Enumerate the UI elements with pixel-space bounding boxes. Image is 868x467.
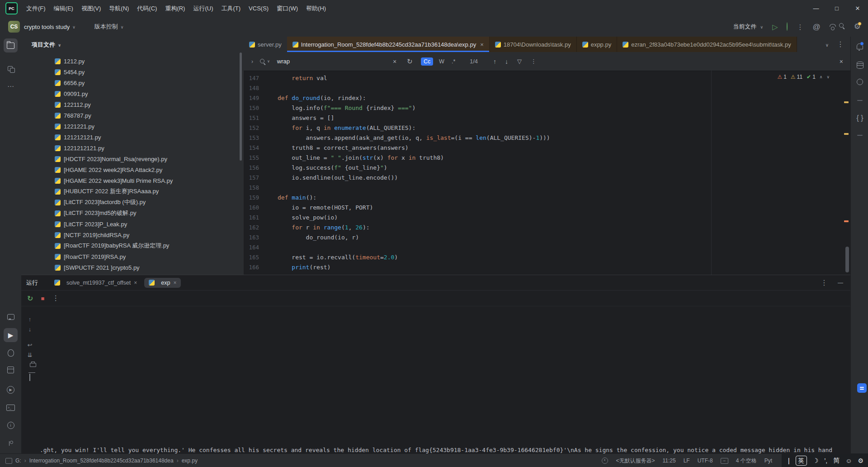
hidden-tabs-icon[interactable]: ∨ [826, 43, 829, 48]
search-everywhere-button[interactable] [839, 23, 845, 31]
line-number[interactable]: 164 [244, 243, 259, 253]
project-file-item[interactable]: [SWPUCTF 2021 ]crypto5.py [21, 262, 244, 273]
line-number[interactable]: 160 [244, 203, 259, 213]
warnings-indicator[interactable]: ⚠ 11 [791, 74, 802, 80]
line-number[interactable]: 151 [244, 113, 259, 123]
project-file-item[interactable]: [NCTF 2019]childRSA.py [21, 229, 244, 240]
find-query[interactable]: wrap [277, 58, 290, 65]
console[interactable]: ↑ ↓ ↩ ⇊ .ght, you win! I'll tell you eve… [21, 306, 850, 454]
problems-tool-button[interactable]: i [4, 418, 18, 432]
caret-position-widget[interactable]: 11:25 [662, 457, 675, 464]
line-number[interactable]: 165 [244, 253, 259, 262]
run-options-icon[interactable]: ⋮ [821, 279, 828, 286]
project-file-item[interactable]: [HUBUCTF 2022 新生赛]RSAaaa.py [21, 186, 244, 197]
ai-assistant-button[interactable] [857, 383, 867, 393]
ai-mention-icon[interactable]: @ [812, 23, 820, 31]
chevron-up-icon[interactable]: ∧ [820, 75, 823, 79]
commit-tool-button[interactable] [4, 62, 18, 76]
down-stack-icon[interactable]: ↓ [26, 326, 34, 333]
search-mode-button[interactable]: ∨ [259, 58, 270, 65]
database-tool-button[interactable] [855, 60, 865, 70]
ai-chat-tool-button[interactable] [4, 310, 18, 324]
menu-item[interactable]: 帮助(H) [302, 0, 330, 17]
soft-wrap-icon[interactable]: ↩ [26, 342, 34, 348]
menu-item[interactable]: 窗口(W) [273, 0, 302, 17]
ime-settings-icon[interactable]: ⚙ [858, 457, 863, 464]
project-file-item[interactable]: [HDCTF 2023]Normal_Rsa(revenge).py [21, 153, 244, 164]
ime-fullwidth-toggle[interactable]: ☽ [813, 457, 819, 464]
match-case-toggle[interactable]: Cc [421, 57, 433, 66]
whole-words-toggle[interactable]: W [439, 58, 444, 65]
project-file-item[interactable]: 5454.py [21, 67, 244, 77]
pycharm-logo-icon[interactable]: PC [5, 2, 18, 14]
project-file-item[interactable]: 122112.py [21, 99, 244, 110]
filter-icon[interactable]: ▽ [517, 58, 522, 65]
terminal-tool-button[interactable]: >_ [4, 400, 18, 415]
project-file-item[interactable]: [HGAME 2022 week2]RSA Attack2.py [21, 164, 244, 175]
project-file-item[interactable]: 1212.py [21, 56, 244, 67]
more-actions-icon[interactable]: ⋮ [797, 24, 803, 30]
line-number[interactable]: 149 [244, 93, 259, 103]
menu-item[interactable]: 重构(R) [161, 0, 189, 17]
scroll-to-end-icon[interactable]: ⇊ [26, 352, 34, 358]
project-file-item[interactable]: [RoarCTF 2019]babyRSA 威尔逊定理.py [21, 240, 244, 251]
code-editor[interactable]: 147 return val148149def do_round(io, rin… [244, 71, 850, 275]
close-tab-icon[interactable]: × [173, 280, 176, 286]
project-file-item[interactable]: 1221221.py [21, 121, 244, 132]
line-number[interactable]: 156 [244, 163, 259, 173]
indent-widget[interactable]: 4 个空格 [736, 457, 757, 465]
line-number[interactable]: 163 [244, 233, 259, 243]
project-file-item[interactable]: [LitCTF 2023]md5的破解.py [21, 208, 244, 219]
project-file-item[interactable]: 6656.py [21, 77, 244, 88]
stripe-error-mark[interactable] [844, 220, 849, 222]
deployment-server-widget[interactable]: <无默认服务器> [616, 457, 655, 465]
project-file-item[interactable]: 121212121.py [21, 132, 244, 143]
browser-tool-button[interactable] [855, 77, 865, 87]
editor-tab[interactable]: server.py [244, 37, 287, 52]
line-number[interactable]: 161 [244, 213, 259, 223]
close-tab-icon[interactable]: × [480, 41, 484, 48]
project-file-item[interactable]: [HGAME 2022 week3]Multi Prime RSA.py [21, 175, 244, 186]
endpoints-tool-button[interactable]: { } [855, 113, 865, 123]
project-file-item[interactable]: [LitCTF 2023]factordb (中级).py [21, 197, 244, 208]
debug-tool-button[interactable] [4, 346, 18, 360]
up-stack-icon[interactable]: ↑ [26, 316, 34, 323]
line-number[interactable]: 157 [244, 173, 259, 183]
collapsed-tool-stripe[interactable] [855, 95, 865, 105]
project-file-item[interactable]: [LitCTF 2023]P_Leak.py [21, 219, 244, 229]
line-ending-widget[interactable]: LF [684, 457, 690, 464]
project-widget[interactable]: crypto tools study [24, 24, 70, 30]
notifications-button[interactable] [855, 41, 865, 51]
clear-console-icon[interactable] [26, 374, 34, 381]
chevron-down-icon[interactable]: ∨ [826, 75, 830, 79]
editor-tab[interactable]: ezran_2f83a04b73ebe1e0dd02942ac5b95ee4\s… [617, 37, 797, 52]
console-options-icon[interactable]: ⋮ [52, 295, 59, 302]
editor-tab[interactable]: 18704\Downloads\task.py [490, 37, 577, 52]
close-button[interactable]: ✕ [847, 0, 868, 17]
breadcrumb-folder[interactable]: Interrogation_Room_528fdef4b8b2245cd32aa… [29, 457, 174, 464]
line-number[interactable]: 155 [244, 153, 259, 163]
passed-indicator[interactable]: ✔ 1 [807, 74, 816, 80]
debug-button[interactable] [787, 23, 788, 31]
previous-occurrence-icon[interactable]: ↑ [493, 58, 496, 65]
editor-tab[interactable]: expp.py [577, 37, 618, 52]
run-button[interactable]: ▷ [772, 23, 778, 31]
minimize-button[interactable]: — [806, 0, 826, 17]
next-occurrence-icon[interactable]: ↓ [505, 58, 508, 65]
find-options-icon[interactable]: ⋮ [531, 58, 537, 65]
breadcrumb-drive[interactable]: G: [15, 457, 21, 464]
line-number[interactable]: 158 [244, 183, 259, 193]
line-number[interactable]: 147 [244, 73, 259, 83]
line-number[interactable]: 159 [244, 193, 259, 203]
project-avatar[interactable]: CS [8, 21, 20, 33]
packages-tool-button[interactable] [4, 363, 18, 377]
more-tool-windows-button[interactable]: ⋯ [4, 79, 18, 93]
run-tool-button[interactable]: ▶ [4, 328, 18, 342]
project-file-item[interactable]: [RoarCTF 2019]RSA.py [21, 251, 244, 262]
ime-emoji-button[interactable]: ☺ [845, 457, 852, 464]
python-console-tool-button[interactable]: ▶ [4, 383, 18, 397]
line-number[interactable]: 152 [244, 123, 259, 133]
menu-item[interactable]: 运行(U) [189, 0, 217, 17]
editor-scrollbar[interactable] [845, 247, 849, 272]
line-number[interactable]: 166 [244, 262, 259, 272]
